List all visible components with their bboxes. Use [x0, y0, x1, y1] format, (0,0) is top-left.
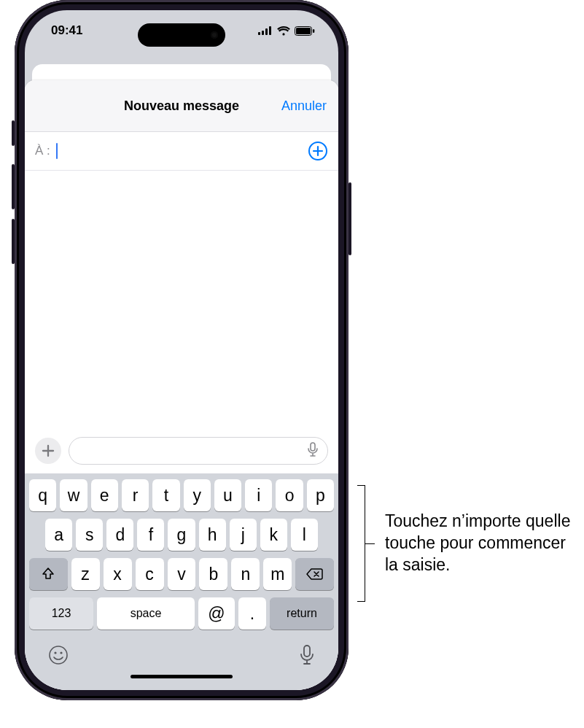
emoji-key[interactable]	[48, 645, 69, 668]
letter-key-r[interactable]: r	[122, 479, 149, 511]
callout-bracket	[365, 485, 378, 602]
cancel-button[interactable]: Annuler	[281, 98, 327, 114]
phone-frame: 09:41 Nouveau message Ann	[15, 0, 349, 700]
svg-point-9	[50, 646, 67, 664]
add-contact-button[interactable]	[308, 141, 328, 161]
letter-key-n[interactable]: n	[231, 558, 260, 590]
svg-rect-6	[313, 29, 314, 33]
compose-sheet: Nouveau message Annuler À :	[25, 80, 338, 690]
svg-point-10	[54, 651, 56, 654]
svg-point-11	[60, 651, 62, 654]
letter-key-m[interactable]: m	[263, 558, 292, 590]
letter-key-g[interactable]: g	[168, 519, 195, 551]
letter-key-f[interactable]: f	[137, 519, 164, 551]
battery-icon	[295, 26, 315, 36]
phone-screen: 09:41 Nouveau message Ann	[25, 10, 338, 690]
dynamic-island	[138, 23, 225, 47]
sheet-header: Nouveau message Annuler	[25, 80, 338, 132]
letter-key-e[interactable]: e	[91, 479, 118, 511]
letter-key-b[interactable]: b	[199, 558, 227, 590]
letter-key-s[interactable]: s	[76, 519, 103, 551]
dictate-inline-icon[interactable]	[307, 442, 319, 460]
message-text-field[interactable]	[69, 437, 328, 465]
letter-key-w[interactable]: w	[60, 479, 87, 511]
svg-rect-12	[304, 646, 310, 657]
volume-down-button[interactable]	[12, 219, 15, 264]
letter-key-i[interactable]: i	[245, 479, 272, 511]
svg-rect-0	[258, 32, 260, 35]
home-indicator[interactable]	[131, 675, 233, 678]
letter-key-x[interactable]: x	[104, 558, 132, 590]
svg-rect-8	[311, 443, 315, 451]
text-cursor	[56, 143, 58, 159]
annotation-callout: Touchez n’importe quelle touche pour com…	[365, 485, 582, 602]
return-key[interactable]: return	[270, 597, 334, 630]
sheet-title: Nouveau message	[124, 98, 239, 114]
letter-key-y[interactable]: y	[184, 479, 211, 511]
letter-key-q[interactable]: q	[29, 479, 56, 511]
dot-key[interactable]: .	[238, 597, 266, 630]
power-button[interactable]	[349, 182, 351, 255]
letter-key-c[interactable]: c	[136, 558, 164, 590]
at-key[interactable]: @	[198, 597, 235, 630]
svg-rect-2	[265, 28, 268, 35]
letter-key-a[interactable]: a	[45, 519, 72, 551]
letter-key-d[interactable]: d	[106, 519, 133, 551]
letter-key-p[interactable]: p	[307, 479, 334, 511]
conversation-area	[25, 171, 338, 430]
volume-up-button[interactable]	[12, 164, 15, 209]
space-key[interactable]: space	[97, 597, 195, 630]
callout-text: Touchez n’importe quelle touche pour com…	[385, 511, 582, 576]
letter-key-l[interactable]: l	[291, 519, 318, 551]
to-field-row[interactable]: À :	[25, 132, 338, 171]
letter-key-o[interactable]: o	[276, 479, 303, 511]
letter-key-h[interactable]: h	[199, 519, 226, 551]
letter-key-z[interactable]: z	[71, 558, 100, 590]
dictation-key[interactable]	[299, 644, 315, 669]
letter-key-t[interactable]: t	[152, 479, 179, 511]
letter-key-v[interactable]: v	[168, 558, 196, 590]
to-label: À :	[35, 144, 50, 158]
svg-rect-5	[296, 28, 311, 34]
keyboard: qwertyuiop asdfghjkl zxcvbnm 123 space	[25, 473, 338, 690]
attachments-button[interactable]	[35, 438, 61, 464]
letter-key-j[interactable]: j	[230, 519, 257, 551]
wifi-icon	[277, 26, 290, 36]
letter-key-u[interactable]: u	[214, 479, 241, 511]
shift-key[interactable]	[29, 558, 68, 590]
cellular-icon	[258, 26, 273, 35]
numbers-key[interactable]: 123	[29, 597, 93, 630]
message-input-row	[25, 430, 338, 473]
letter-key-k[interactable]: k	[260, 519, 287, 551]
mute-switch[interactable]	[12, 120, 15, 146]
svg-rect-3	[269, 26, 271, 35]
svg-rect-1	[262, 31, 264, 35]
delete-key[interactable]	[295, 558, 334, 590]
status-time: 09:41	[51, 23, 82, 38]
